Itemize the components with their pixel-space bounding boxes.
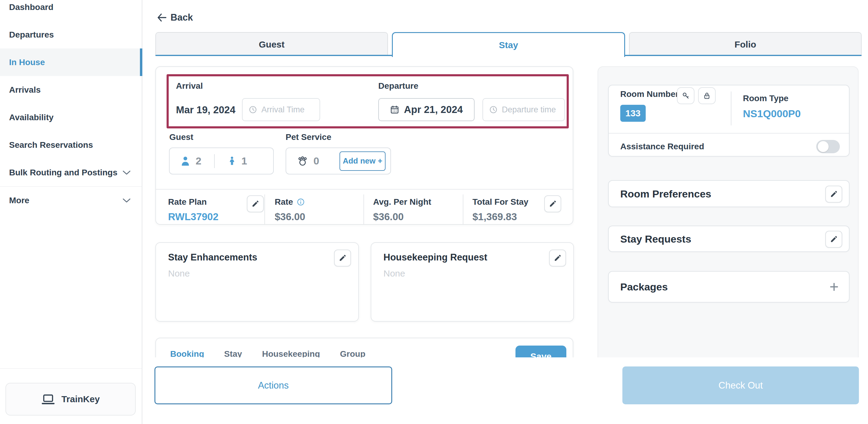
- sidebar-item-dashboard[interactable]: Dashboard: [0, 0, 142, 21]
- divider: [364, 194, 364, 225]
- stay-enhancements-card: Stay Enhancements None: [155, 242, 359, 322]
- packages-card: Packages +: [608, 271, 849, 303]
- avg-per-night-value: $36.00: [373, 211, 404, 222]
- clock-icon: [489, 105, 498, 114]
- divider: [0, 368, 142, 369]
- assistance-required-toggle[interactable]: [816, 140, 840, 153]
- detail-tabs: Guest Stay Folio: [155, 32, 862, 56]
- room-type-link[interactable]: NS1Q000P0: [743, 108, 801, 120]
- sidebar-item-in-house[interactable]: In House: [0, 49, 142, 76]
- sidebar-item-arrivals[interactable]: Arrivals: [0, 76, 142, 103]
- edit-rate-plan-button[interactable]: [247, 195, 264, 212]
- sidebar-item-availability[interactable]: Availability: [0, 103, 142, 131]
- trainkey-label: TrainKey: [61, 394, 100, 404]
- adult-icon: [180, 156, 191, 166]
- divider: [214, 154, 215, 168]
- arrival-time-input[interactable]: [242, 98, 320, 121]
- child-icon: [227, 156, 237, 166]
- housekeeping-request-title: Housekeeping Request: [383, 252, 487, 263]
- stay-details-card: Arrival Mar 19, 2024 Departure: [155, 66, 573, 225]
- actions-button[interactable]: Actions: [154, 366, 392, 404]
- housekeeping-request-card: Housekeeping Request None: [371, 242, 574, 322]
- sidebar-item-search-reservations[interactable]: Search Reservations: [0, 131, 142, 159]
- sidebar-item-label: Arrivals: [9, 85, 40, 95]
- trainkey-button[interactable]: TrainKey: [5, 383, 136, 416]
- divider: [463, 194, 463, 225]
- room-preferences-title: Room Preferences: [620, 188, 711, 200]
- stay-enhancements-title: Stay Enhancements: [168, 252, 257, 263]
- departure-date-picker[interactable]: Apr 21, 2024: [378, 98, 474, 121]
- key-button[interactable]: [677, 87, 694, 104]
- room-number-badge[interactable]: 133: [620, 105, 646, 122]
- check-out-button[interactable]: Check Out: [622, 366, 859, 404]
- total-for-stay-value: $1,369.83: [472, 211, 517, 222]
- divider: [731, 91, 732, 125]
- clock-icon: [249, 105, 257, 114]
- rate-label-text: Rate: [275, 197, 293, 207]
- laptop-icon: [41, 393, 55, 405]
- divider: [156, 189, 573, 190]
- edit-housekeeping-request-button[interactable]: [549, 249, 566, 267]
- edit-stay-requests-button[interactable]: [825, 231, 842, 248]
- edit-stay-enhancements-button[interactable]: [334, 249, 351, 267]
- guest-count-box[interactable]: 2 1: [169, 148, 274, 175]
- packages-title: Packages: [620, 281, 668, 293]
- paw-icon: [297, 155, 309, 167]
- sidebar-item-label: In House: [9, 58, 45, 67]
- arrival-date: Mar 19, 2024: [176, 104, 235, 116]
- booking-tabs-card: Booking Stay Housekeeping Group Save: [155, 338, 573, 357]
- departure-time-input[interactable]: [483, 98, 565, 121]
- divider: [265, 194, 265, 225]
- room-number-label: Room Number: [620, 89, 679, 99]
- rate-label: Rate: [275, 197, 305, 207]
- add-package-button[interactable]: +: [830, 279, 839, 295]
- tab-group-sub[interactable]: Group: [340, 349, 366, 357]
- sidebar-nav: Dashboard Departures In House Arrivals A…: [0, 0, 142, 214]
- room-type-label: Room Type: [743, 94, 788, 103]
- main-content: Back Guest Stay Folio Arrival Mar 19, 20…: [143, 0, 868, 357]
- adult-count: 2: [196, 155, 202, 167]
- edit-total-button[interactable]: [544, 195, 561, 212]
- back-label: Back: [170, 12, 193, 23]
- sidebar: Dashboard Departures In House Arrivals A…: [0, 0, 142, 424]
- back-arrow-icon: [157, 13, 167, 22]
- sidebar-item-label: Availability: [9, 113, 54, 122]
- tab-stay-sub[interactable]: Stay: [224, 349, 242, 357]
- room-number-card: Room Number 133 Room Type NS1Q000P0 A: [608, 85, 849, 157]
- sidebar-item-more[interactable]: More: [0, 187, 142, 214]
- info-icon[interactable]: [297, 198, 305, 206]
- tab-booking[interactable]: Booking: [170, 349, 204, 357]
- child-count: 1: [241, 155, 247, 167]
- sidebar-item-departures[interactable]: Departures: [0, 21, 142, 49]
- arrival-time-field[interactable]: [261, 105, 313, 115]
- rate-plan-link[interactable]: RWL37902: [168, 211, 218, 222]
- stay-requests-card: Stay Requests: [608, 225, 849, 252]
- sidebar-item-label: Bulk Routing and Postings: [9, 168, 118, 178]
- tab-folio[interactable]: Folio: [629, 32, 862, 56]
- sidebar-item-label: Dashboard: [9, 2, 53, 12]
- lock-button[interactable]: [698, 87, 716, 104]
- sidebar-item-bulk-routing[interactable]: Bulk Routing and Postings: [0, 159, 142, 186]
- save-button[interactable]: Save: [516, 345, 566, 357]
- add-pet-button[interactable]: Add new +: [340, 151, 385, 171]
- room-preferences-card: Room Preferences: [608, 180, 849, 207]
- stay-requests-title: Stay Requests: [620, 233, 691, 245]
- sidebar-item-label: Departures: [9, 30, 54, 40]
- dates-highlight-box: Arrival Mar 19, 2024 Departure: [166, 74, 569, 128]
- departure-date: Apr 21, 2024: [404, 104, 463, 115]
- stay-enhancements-value: None: [168, 268, 190, 279]
- sidebar-item-label: More: [9, 195, 29, 205]
- calendar-icon: [390, 105, 399, 114]
- tab-guest[interactable]: Guest: [155, 32, 388, 56]
- total-for-stay-label: Total For Stay: [472, 197, 528, 207]
- rate-plan-label: Rate Plan: [168, 197, 207, 207]
- tab-housekeeping-sub[interactable]: Housekeeping: [262, 349, 320, 357]
- edit-room-preferences-button[interactable]: [825, 186, 842, 203]
- back-button[interactable]: Back: [157, 12, 193, 23]
- departure-time-field[interactable]: [502, 105, 558, 115]
- housekeeping-request-value: None: [383, 268, 405, 279]
- tab-stay[interactable]: Stay: [392, 32, 625, 57]
- divider: [609, 133, 849, 133]
- departure-label: Departure: [378, 81, 418, 91]
- assistance-required-label: Assistance Required: [620, 142, 704, 151]
